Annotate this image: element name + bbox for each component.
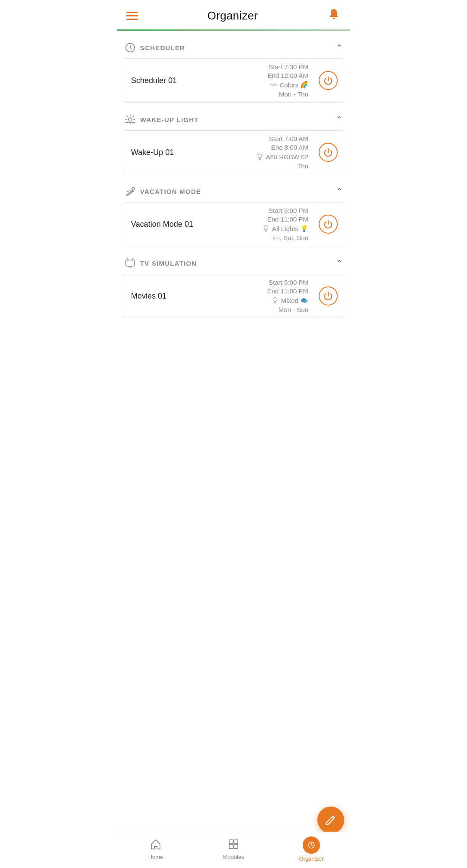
svg-line-6 (127, 116, 128, 117)
chair-icon (125, 186, 136, 197)
nav-modules-label: Modules (223, 854, 244, 860)
wakeup-power-button[interactable] (319, 143, 338, 162)
bottom-nav: Home Modules Organizer (117, 832, 350, 868)
nav-modules[interactable]: Modules (216, 838, 251, 860)
vacation-power-section (312, 203, 344, 246)
chevron-up-icon-vacation: ⌃ (336, 186, 342, 196)
wakeup-card-0[interactable]: Wake-Up 01 Start 7:00 AM End 8:00 AM (123, 130, 344, 174)
tv-start: Start 5:00 PM (269, 279, 308, 286)
power-icon (323, 76, 333, 85)
power-icon-tv (323, 291, 333, 301)
tv-power-section (312, 274, 344, 318)
scheduler-days: Mon - Thu (279, 90, 308, 98)
section-wakeup: WAKE-UP LIGHT ⌃ Wake-Up 01 Start 7:00 AM… (117, 110, 350, 174)
scheduler-end: End 12:00 AM (268, 72, 308, 79)
section-tv: TV SIMULATION ⌃ Movies 01 Start 5:00 PM … (117, 254, 350, 318)
chevron-up-icon-wakeup: ⌃ (336, 115, 342, 124)
bell-button[interactable] (327, 8, 341, 23)
edit-icon (324, 813, 337, 826)
tv-item-details: Start 5:00 PM End 11:00 PM Mixed 🐟 Mon -… (214, 274, 312, 318)
scheduler-power-section (312, 59, 344, 102)
fab-edit-button[interactable] (317, 807, 344, 833)
section-scheduler-left: SCHEDULER (125, 42, 185, 53)
vacation-item-name: Vacation Mode 01 (123, 213, 214, 236)
section-vacation-label: VACATION MODE (140, 188, 201, 195)
nav-home-label: Home (148, 854, 163, 860)
chevron-up-icon-tv: ⌃ (336, 258, 342, 268)
bell-icon (327, 8, 341, 22)
wave-icon (269, 80, 278, 89)
section-wakeup-header[interactable]: WAKE-UP LIGHT ⌃ (117, 110, 350, 129)
vacation-days: Fri, Sat, Sun (272, 234, 308, 241)
scheduler-scene: Colors 🌈 (269, 80, 308, 89)
svg-line-9 (133, 116, 134, 117)
svg-point-31 (273, 298, 277, 302)
wakeup-end: End 8:00 AM (271, 144, 308, 151)
page-title: Organizer (208, 9, 258, 23)
section-wakeup-left: WAKE-UP LIGHT (125, 114, 198, 125)
scheduler-item-details: Start 7:30 PM End 12:00 AM Colors 🌈 Mon … (214, 59, 312, 102)
scheduler-item-name: Scheduler 01 (123, 69, 214, 92)
tv-item-name: Movies 01 (123, 285, 214, 308)
vacation-start: Start 5:00 PM (269, 207, 308, 214)
bulb-icon-vacation (262, 224, 270, 233)
section-vacation-left: VACATION MODE (125, 186, 201, 197)
nav-home[interactable]: Home (138, 838, 173, 860)
svg-rect-37 (229, 845, 233, 849)
nav-organizer[interactable]: Organizer (294, 836, 329, 862)
power-icon-wakeup (323, 148, 333, 157)
modules-icon (227, 838, 240, 852)
vacation-end: End 11:00 PM (267, 215, 308, 223)
tv-power-button[interactable] (319, 286, 338, 305)
nav-organizer-label: Organizer (299, 855, 323, 862)
svg-rect-26 (126, 260, 134, 266)
tv-card-0[interactable]: Movies 01 Start 5:00 PM End 11:00 PM Mix… (123, 274, 344, 318)
wakeup-item-details: Start 7:00 AM End 8:00 AM A60 RGBW 02 (214, 131, 312, 174)
svg-rect-36 (234, 840, 238, 844)
tv-icon (125, 257, 136, 269)
menu-button[interactable] (126, 12, 138, 20)
wakeup-scene: A60 RGBW 02 (256, 152, 308, 161)
vacation-card-0[interactable]: Vacation Mode 01 Start 5:00 PM End 11:00… (123, 202, 344, 246)
section-scheduler: SCHEDULER ⌃ Scheduler 01 Start 7:30 PM E… (117, 39, 350, 103)
tv-end: End 11:00 PM (267, 287, 308, 295)
svg-point-11 (258, 154, 262, 158)
vacation-item-details: Start 5:00 PM End 11:00 PM All Lights 💡 … (214, 203, 312, 246)
clock-icon (125, 42, 136, 53)
wakeup-power-section (312, 131, 344, 174)
section-tv-header[interactable]: TV SIMULATION ⌃ (117, 254, 350, 272)
scheduler-start: Start 7:30 PM (269, 63, 308, 71)
scheduler-card-0[interactable]: Scheduler 01 Start 7:30 PM End 12:00 AM … (123, 58, 344, 103)
section-tv-left: TV SIMULATION (125, 257, 197, 269)
svg-point-1 (128, 118, 132, 121)
sun-icon (125, 114, 136, 125)
wakeup-item-name: Wake-Up 01 (123, 141, 214, 164)
bulb-icon-wakeup (256, 152, 264, 161)
scheduler-power-button[interactable] (319, 71, 338, 90)
app-header: Organizer (117, 0, 350, 29)
section-vacation: VACATION MODE ⌃ Vacation Mode 01 Start 5… (117, 182, 350, 246)
tv-days: Mon - Sun (278, 306, 308, 313)
section-scheduler-label: SCHEDULER (140, 44, 185, 51)
home-icon (150, 838, 162, 852)
tv-scene: Mixed 🐟 (271, 296, 308, 305)
vacation-scene: All Lights 💡 (262, 224, 308, 233)
wakeup-start: Start 7:00 AM (269, 135, 308, 142)
svg-rect-35 (229, 840, 233, 844)
svg-line-18 (262, 154, 262, 154)
chevron-up-icon: ⌃ (336, 43, 342, 52)
bulb-icon-tv (271, 296, 279, 305)
power-icon-vacation (323, 219, 333, 229)
svg-line-17 (257, 154, 258, 154)
vacation-power-button[interactable] (319, 215, 338, 234)
wakeup-days: Thu (297, 162, 308, 170)
section-scheduler-header[interactable]: SCHEDULER ⌃ (117, 39, 350, 57)
svg-point-22 (132, 187, 134, 190)
main-content: SCHEDULER ⌃ Scheduler 01 Start 7:30 PM E… (117, 39, 350, 361)
section-wakeup-label: WAKE-UP LIGHT (140, 116, 198, 123)
section-vacation-header[interactable]: VACATION MODE ⌃ (117, 182, 350, 200)
header-divider (117, 29, 350, 31)
svg-rect-38 (234, 845, 238, 849)
svg-point-23 (264, 226, 268, 230)
section-tv-label: TV SIMULATION (140, 260, 197, 267)
